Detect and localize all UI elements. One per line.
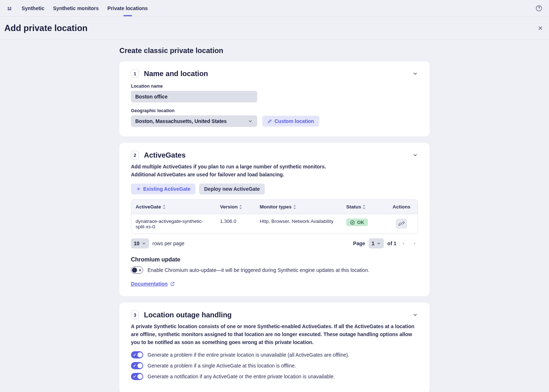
step-1-title: Name and location — [144, 70, 208, 78]
chevron-down-icon — [377, 241, 381, 246]
next-page-button[interactable] — [411, 240, 418, 247]
outage-entire-location-label: Generate a problem if the entire private… — [148, 352, 349, 358]
svg-point-0 — [8, 7, 9, 9]
check-icon — [133, 353, 136, 357]
deploy-activegate-label: Deploy new ActiveGate — [204, 186, 260, 192]
check-icon — [133, 364, 136, 367]
page-title: Add private location — [4, 23, 88, 33]
step-3-title: Location outage handling — [144, 311, 232, 319]
outage-help: A private Synthetic location consists of… — [131, 323, 418, 346]
top-nav: Synthetic Synthetic monitors Private loc… — [0, 0, 549, 17]
collapse-step-2[interactable] — [412, 152, 418, 158]
custom-location-label: Custom location — [274, 118, 314, 124]
table-row: dynatrace-activegate-synthetic-split-xs-… — [131, 214, 418, 234]
cell-version: 1.306.0 — [216, 214, 255, 234]
location-name-input[interactable] — [131, 91, 257, 102]
chromium-autoupdate-label: Enable Chromium auto-update—it will be t… — [148, 267, 369, 273]
th-status[interactable]: Status — [342, 200, 385, 214]
documentation-link[interactable]: Documentation — [131, 281, 175, 287]
sort-icon — [239, 205, 243, 209]
rows-per-page-label: rows per page — [153, 241, 185, 246]
unlink-icon — [399, 221, 404, 226]
card-outage-handling: 3 Location outage handling A private Syn… — [119, 303, 430, 392]
status-badge: OK — [346, 219, 368, 226]
external-link-icon — [170, 281, 175, 286]
step-3-badge: 3 — [131, 310, 139, 319]
chevron-down-icon — [248, 119, 253, 124]
card-name-location: 1 Name and location Location name Geogra… — [119, 61, 430, 136]
collapse-step-1[interactable] — [412, 71, 418, 76]
section-title: Create classic private location — [119, 47, 430, 55]
unlink-button[interactable] — [396, 219, 407, 229]
app-logo-icon — [6, 5, 13, 12]
page-label: Page — [353, 241, 365, 246]
help-icon[interactable] — [535, 5, 543, 12]
sort-icon — [293, 205, 297, 209]
close-button[interactable] — [536, 24, 545, 32]
sort-icon — [363, 205, 366, 209]
nav-synthetic[interactable]: Synthetic — [22, 0, 44, 16]
activegates-help: Add multiple ActiveGates if you plan to … — [131, 163, 418, 179]
deploy-activegate-button[interactable]: Deploy new ActiveGate — [199, 184, 265, 194]
th-version[interactable]: Version — [216, 200, 255, 214]
location-name-label: Location name — [131, 84, 418, 89]
chevron-down-icon — [142, 241, 146, 246]
th-monitor-types[interactable]: Monitor types — [255, 200, 342, 214]
existing-activegate-label: Existing ActiveGate — [143, 186, 190, 192]
outage-single-activegate-toggle[interactable] — [131, 362, 143, 369]
outage-entire-location-toggle[interactable] — [131, 351, 143, 358]
cell-actions — [385, 214, 418, 234]
outage-notification-label: Generate a notification if any ActiveGat… — [148, 374, 335, 379]
nav-private-locations[interactable]: Private locations — [107, 0, 148, 16]
step-1-badge: 1 — [131, 69, 139, 78]
outage-single-activegate-label: Generate a problem if a single ActiveGat… — [148, 363, 296, 369]
x-icon: ✕ — [139, 268, 141, 272]
th-activegate[interactable]: ActiveGate — [131, 200, 216, 214]
rows-per-page-select[interactable]: 10 — [131, 238, 149, 248]
nav-synthetic-monitors[interactable]: Synthetic monitors — [53, 0, 99, 16]
geo-location-select[interactable]: Boston, Massachusetts, United States — [131, 115, 257, 127]
table-header: ActiveGate Version Monitor types Status … — [131, 200, 418, 214]
custom-location-button[interactable]: Custom location — [262, 116, 319, 127]
existing-activegate-button[interactable]: Existing ActiveGate — [131, 184, 196, 194]
step-2-title: ActiveGates — [144, 151, 186, 159]
card-activegates: 2 ActiveGates Add multiple ActiveGates i… — [119, 143, 430, 296]
outage-notification-toggle[interactable] — [131, 373, 143, 380]
prev-page-button[interactable] — [400, 240, 407, 247]
page-header: Add private location — [0, 17, 549, 40]
collapse-step-3[interactable] — [412, 312, 418, 318]
geo-location-value: Boston, Massachusetts, United States — [135, 118, 227, 124]
cell-activegate: dynatrace-activegate-synthetic-split-xs-… — [131, 214, 216, 234]
activegates-table: ActiveGate Version Monitor types Status … — [131, 199, 418, 234]
svg-rect-2 — [8, 9, 12, 10]
page-select[interactable]: 1 — [369, 238, 384, 248]
sort-icon — [163, 205, 166, 209]
svg-point-1 — [10, 7, 12, 9]
check-circle-icon — [350, 220, 355, 225]
plus-icon — [136, 186, 141, 191]
cell-monitor-types: Http, Browser, Network Availability — [255, 214, 342, 234]
th-actions: Actions — [385, 200, 418, 214]
cell-status: OK — [342, 214, 385, 234]
pencil-icon — [267, 119, 272, 124]
page-of-label: of 1 — [387, 241, 396, 246]
check-icon — [133, 375, 136, 378]
geo-location-label: Geographic location — [131, 108, 418, 113]
step-2-badge: 2 — [131, 151, 139, 159]
chromium-autoupdate-toggle[interactable]: ✕ — [131, 267, 143, 274]
chromium-update-heading: Chromium update — [131, 256, 418, 263]
svg-point-4 — [539, 9, 539, 10]
